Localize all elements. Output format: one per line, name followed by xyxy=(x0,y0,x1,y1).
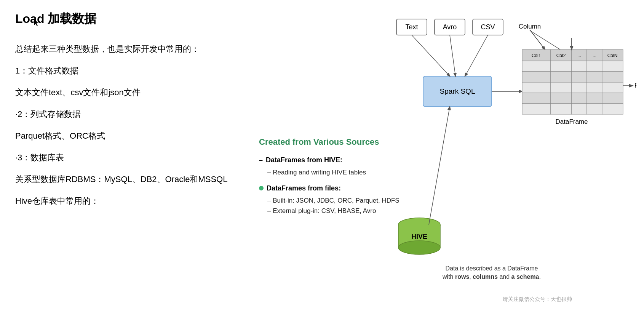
svg-text:Column: Column xyxy=(519,23,541,30)
svg-rect-44 xyxy=(587,82,602,93)
svg-text:...: ... xyxy=(577,53,581,58)
svg-rect-38 xyxy=(572,72,587,82)
svg-rect-39 xyxy=(587,72,602,82)
item2-heading: ·2：列式存储数据 xyxy=(15,108,236,120)
svg-rect-52 xyxy=(551,104,572,114)
left-panel: Load 加载数据 总结起来三种类型数据，也是实际开发中常用的： 1：文件格式数… xyxy=(0,0,251,315)
svg-line-59 xyxy=(530,30,560,50)
item3-heading: ·3：数据库表 xyxy=(15,151,236,164)
svg-text:Spark SQL: Spark SQL xyxy=(440,87,475,95)
svg-line-12 xyxy=(465,35,488,76)
svg-text:DataFrame: DataFrame xyxy=(555,118,588,125)
svg-rect-46 xyxy=(522,93,551,104)
svg-rect-55 xyxy=(602,104,623,114)
svg-text:Col2: Col2 xyxy=(556,53,566,58)
svg-rect-48 xyxy=(572,93,587,104)
svg-line-10 xyxy=(412,35,450,76)
svg-text:Text: Text xyxy=(405,23,418,31)
diagram-area: Text Avro CSV Column Spark SQL xyxy=(385,11,644,309)
svg-line-7 xyxy=(530,30,545,50)
svg-text:CSV: CSV xyxy=(481,23,495,31)
green-dot-icon xyxy=(259,186,264,190)
svg-rect-41 xyxy=(522,82,551,93)
svg-rect-36 xyxy=(522,72,551,82)
svg-text:Avro: Avro xyxy=(443,23,457,31)
svg-text:Row: Row xyxy=(634,82,636,89)
item3-detail2: Hive仓库表中常用的： xyxy=(15,195,236,207)
svg-rect-54 xyxy=(587,104,602,114)
main-container: Load 加载数据 总结起来三种类型数据，也是实际开发中常用的： 1：文件格式数… xyxy=(0,0,644,315)
svg-rect-34 xyxy=(587,61,602,72)
svg-rect-50 xyxy=(602,93,623,104)
svg-rect-53 xyxy=(572,104,587,114)
svg-rect-32 xyxy=(551,61,572,72)
svg-rect-31 xyxy=(522,61,551,72)
svg-text:...: ... xyxy=(593,53,596,58)
svg-line-19 xyxy=(429,107,450,225)
svg-rect-42 xyxy=(551,82,572,93)
summary-text: 总结起来三种类型数据，也是实际开发中常用的： xyxy=(15,43,236,55)
svg-line-11 xyxy=(450,35,455,76)
svg-rect-47 xyxy=(551,93,572,104)
svg-point-15 xyxy=(398,241,440,254)
svg-rect-40 xyxy=(602,72,623,82)
svg-text:Col1: Col1 xyxy=(532,53,541,58)
item1-heading: 1：文件格式数据 xyxy=(15,64,236,77)
svg-rect-33 xyxy=(572,61,587,72)
svg-text:请关注微信公众号：天也很帅: 请关注微信公众号：天也很帅 xyxy=(503,296,572,302)
svg-rect-45 xyxy=(602,82,623,93)
item2-detail: Parquet格式、ORC格式 xyxy=(15,130,236,142)
item3-detail1: 关系型数据库RDBMS：MySQL、DB2、Oracle和MSSQL xyxy=(15,173,236,185)
page-title: Load 加载数据 xyxy=(15,11,236,27)
svg-text:ColN: ColN xyxy=(607,53,618,58)
svg-rect-35 xyxy=(602,61,623,72)
diagram-svg: Text Avro CSV Column Spark SQL xyxy=(385,11,636,312)
svg-text:with rows, columns and a schem: with rows, columns and a schema. xyxy=(442,273,541,280)
svg-text:Data is described as a DataFra: Data is described as a DataFrame xyxy=(446,265,538,272)
svg-rect-51 xyxy=(522,104,551,114)
svg-rect-37 xyxy=(551,72,572,82)
svg-text:HIVE: HIVE xyxy=(411,233,427,240)
item1-detail: 文本文件text、csv文件和json文件 xyxy=(15,86,236,99)
svg-rect-49 xyxy=(587,93,602,104)
svg-rect-43 xyxy=(572,82,587,93)
